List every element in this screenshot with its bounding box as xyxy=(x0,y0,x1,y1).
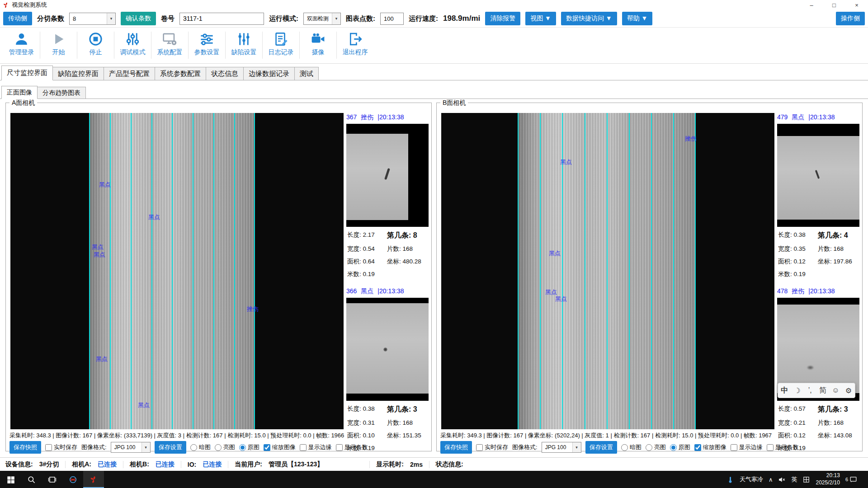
tab-size-monitor[interactable]: 尺寸监控界面 xyxy=(1,66,53,80)
start-button[interactable]: 开始 xyxy=(41,30,76,56)
video-camera-icon xyxy=(310,31,326,47)
defect-stats: 长度: 0.38 第几条: 4 宽度: 0.35 片数: 168 面积: 0.1… xyxy=(777,227,859,280)
zoom-image-checkbox[interactable]: 缩放图像 xyxy=(264,443,296,451)
bright-image-radio[interactable]: 亮图 xyxy=(646,443,666,451)
defect-thumbnail xyxy=(346,124,429,227)
transmission-side-button[interactable]: 传动侧 xyxy=(3,12,32,25)
defect-card: 366 黑点 |20:13:38 长度: 0.38 第几条: 3 宽度: 0.3… xyxy=(346,286,429,454)
ime-grid-icon[interactable] xyxy=(802,476,810,483)
maximize-button[interactable]: □ xyxy=(823,0,845,10)
image-format-label: 图像格式: xyxy=(81,443,107,451)
taskbar-clock[interactable]: 20:13 2025/2/10 xyxy=(816,472,840,486)
chart-points-select[interactable]: 100 xyxy=(380,13,404,25)
ime-emoji-icon[interactable]: ☺ xyxy=(830,386,841,394)
tab-front-image[interactable]: 正面图像 xyxy=(1,86,38,99)
sliders-horizontal-icon xyxy=(199,31,215,47)
dark-image-radio[interactable]: 暗图 xyxy=(621,443,642,451)
ime-punctuation-toggle[interactable]: ’, xyxy=(805,386,816,394)
tab-product-model-config[interactable]: 产品型号配置 xyxy=(104,67,155,80)
image-format-select[interactable]: JPG 100 ▾ xyxy=(111,442,151,453)
strip-divider-line xyxy=(651,113,652,429)
action-center-icon xyxy=(849,476,857,483)
minimize-button[interactable]: – xyxy=(800,0,823,10)
tab-system-param-config[interactable]: 系统参数配置 xyxy=(155,67,206,80)
defect-annotation: 黑点 xyxy=(555,295,567,303)
show-edge-checkbox[interactable]: 显示边缘 xyxy=(300,443,332,451)
bright-image-radio[interactable]: 亮图 xyxy=(215,443,235,451)
save-snapshot-button[interactable]: 保存快照 xyxy=(440,441,472,454)
realtime-save-checkbox[interactable]: 实时保存 xyxy=(45,443,77,451)
tray-expand-chevron[interactable]: ∧ xyxy=(769,476,773,483)
defect-settings-button[interactable]: 缺陷设置 xyxy=(226,30,262,56)
status-info-label: 状态信息: xyxy=(436,460,463,469)
start-menu-button[interactable] xyxy=(0,471,21,488)
volume-muted-icon[interactable] xyxy=(778,476,786,483)
strip-divider-line xyxy=(518,113,519,429)
notification-count: 6 xyxy=(845,477,848,482)
strip-divider-line xyxy=(585,113,585,429)
realtime-save-checkbox[interactable]: 实时保存 xyxy=(476,443,508,451)
image-format-select[interactable]: JPG 100 ▾ xyxy=(542,442,581,453)
tab-test[interactable]: 测试 xyxy=(294,67,319,80)
defect-annotation: 黑点 xyxy=(560,158,572,166)
dark-image-radio[interactable]: 暗图 xyxy=(190,443,211,451)
view-menu-button[interactable]: 视图 ▼ xyxy=(525,12,556,25)
strip-divider-line xyxy=(131,113,132,429)
operation-side-button[interactable]: 操作侧 xyxy=(836,12,865,25)
save-snapshot-button[interactable]: 保存快照 xyxy=(9,441,41,454)
app-logo-icon xyxy=(3,2,9,9)
strip-divider-line xyxy=(172,113,173,429)
help-menu-button[interactable]: 帮助 ▼ xyxy=(622,12,653,25)
exit-program-button[interactable]: 退出程序 xyxy=(337,30,373,56)
weather-text[interactable]: 天气寒冷 xyxy=(740,475,763,483)
ime-simplified-toggle[interactable]: 简 xyxy=(817,386,828,395)
original-image-radio[interactable]: 原图 xyxy=(670,443,690,451)
system-config-button[interactable]: 系统配置 xyxy=(152,30,188,56)
roll-number-input[interactable] xyxy=(179,13,264,25)
data-quick-access-button[interactable]: 数据快捷访问 ▼ xyxy=(561,12,617,25)
taskbar-app-browser[interactable] xyxy=(62,471,83,488)
task-view-button[interactable] xyxy=(42,471,62,488)
ime-fullhalf-icon[interactable]: ☽ xyxy=(792,386,802,395)
ime-language-indicator[interactable]: 英 xyxy=(791,475,797,483)
parameter-settings-button[interactable]: 参数设置 xyxy=(189,30,225,56)
ime-language-toggle[interactable]: 中 xyxy=(779,386,790,395)
tab-status-info[interactable]: 状态信息 xyxy=(206,67,244,80)
taskbar-search-button[interactable] xyxy=(21,471,42,488)
save-settings-button[interactable]: 保存设置 xyxy=(585,441,617,454)
ime-settings-icon[interactable]: ⚙ xyxy=(843,386,854,395)
defect-annotation: 黑点 xyxy=(138,401,150,409)
admin-login-button[interactable]: 管理登录 xyxy=(4,30,39,56)
split-count-select[interactable]: 8 ▾ xyxy=(69,13,116,25)
toolbar-separator xyxy=(114,32,114,59)
display-time-value: 2ms xyxy=(410,461,423,468)
tab-edge-data-record[interactable]: 边缘数据记录 xyxy=(243,67,295,80)
clear-alarm-button[interactable]: 清除报警 xyxy=(485,12,520,25)
confirm-count-button[interactable]: 确认条数 xyxy=(121,12,156,25)
original-image-radio[interactable]: 原图 xyxy=(239,443,259,451)
tab-defect-monitor[interactable]: 缺陷监控界面 xyxy=(52,67,104,80)
close-button[interactable]: × xyxy=(845,0,868,10)
camera-b-status: 已连接 xyxy=(156,460,175,469)
chevron-down-icon: ▾ xyxy=(572,442,581,452)
defect-id: 479 xyxy=(777,113,788,122)
user-icon xyxy=(14,31,29,47)
sliders-vertical-icon xyxy=(125,31,141,47)
system-tray: 天气寒冷 ∧ 英 20:13 2025/2/10 6 xyxy=(726,471,868,488)
strip-divider-line xyxy=(673,113,674,429)
zoom-image-checkbox[interactable]: 缩放图像 xyxy=(694,443,726,451)
show-strip-count-checkbox[interactable]: 显示条数 xyxy=(336,443,368,451)
ime-toolbar: 中 ☽ ’, 简 ☺ ⚙ xyxy=(778,383,855,398)
run-mode-select[interactable]: 双面检测 ▾ xyxy=(303,13,341,25)
save-settings-button[interactable]: 保存设置 xyxy=(155,441,186,454)
debug-mode-button[interactable]: 调试模式 xyxy=(115,30,151,56)
show-edge-checkbox[interactable]: 显示边缘 xyxy=(731,443,763,451)
taskbar-app-vision-system[interactable] xyxy=(83,471,104,488)
stop-button[interactable]: 停止 xyxy=(78,30,113,56)
show-strip-count-checkbox[interactable]: 显示条数 xyxy=(767,443,799,451)
log-record-button[interactable]: 日志记录 xyxy=(263,30,299,56)
strip-divider-line xyxy=(695,113,696,429)
tab-distribution-chart[interactable]: 分布趋势图表 xyxy=(37,87,86,99)
action-center-button[interactable]: 6 xyxy=(845,476,857,483)
camera-capture-button[interactable]: 摄像 xyxy=(300,30,336,56)
